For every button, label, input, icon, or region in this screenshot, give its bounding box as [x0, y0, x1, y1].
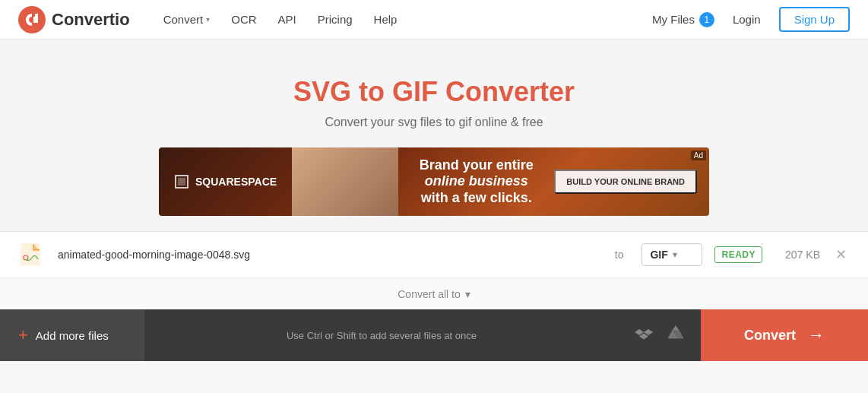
file-to-label: to: [615, 249, 624, 261]
nav-pricing[interactable]: Pricing: [309, 8, 362, 30]
file-panel: animated-good-morning-image-0048.svg to …: [0, 231, 868, 309]
ad-image-graphic: [292, 147, 398, 216]
ad-banner: SQUARESPACE Brand your entire online bus…: [159, 147, 709, 216]
svg-file-icon: [20, 242, 44, 267]
svg-rect-4: [292, 147, 398, 216]
ad-headline: Brand your entire online business with a…: [413, 157, 539, 207]
file-name: animated-good-morning-image-0048.svg: [58, 249, 597, 261]
logo-icon: [18, 6, 46, 33]
main-nav: Convert ▾ OCR API Pricing Help: [154, 8, 652, 30]
arrow-right-icon: →: [808, 325, 825, 345]
convert-button-label: Convert: [744, 328, 796, 344]
file-type-icon: [18, 241, 46, 268]
ad-text: Brand your entire online business with a…: [398, 157, 554, 207]
bottom-bar: + Add more files Use Ctrl or Shift to ad…: [0, 309, 868, 361]
hero-section: SVG to GIF Converter Convert your svg fi…: [0, 40, 868, 231]
plus-icon: +: [18, 327, 28, 344]
signup-button[interactable]: Sign Up: [779, 7, 850, 32]
nav-convert[interactable]: Convert ▾: [154, 8, 220, 30]
squarespace-logo-icon: [174, 174, 189, 189]
remove-file-button[interactable]: ✕: [832, 245, 850, 265]
ad-cta-button[interactable]: BUILD YOUR ONLINE BRAND: [554, 170, 697, 194]
chevron-down-icon: ▾: [465, 288, 470, 300]
chevron-down-icon: ▾: [673, 249, 677, 260]
convert-all-row: Convert all to ▾: [0, 278, 868, 309]
file-size: 207 KB: [775, 249, 820, 261]
svg-rect-1: [33, 17, 38, 23]
convert-button[interactable]: Convert →: [701, 309, 868, 361]
svg-point-6: [328, 163, 362, 216]
header: Convertio Convert ▾ OCR API Pricing Help…: [0, 0, 868, 40]
nav-ocr[interactable]: OCR: [222, 8, 265, 30]
nav-api[interactable]: API: [269, 8, 306, 30]
my-files-label: My Files: [652, 13, 695, 26]
svg-point-0: [18, 6, 46, 33]
ad-badge: Ad: [691, 151, 706, 160]
ad-image: [292, 147, 398, 216]
logo-link[interactable]: Convertio: [18, 6, 130, 33]
hero-subtitle: Convert your svg files to gif online & f…: [15, 116, 853, 129]
status-badge: READY: [714, 246, 762, 263]
add-files-label: Add more files: [36, 329, 109, 342]
ad-brand-name: SQUARESPACE: [195, 176, 277, 188]
convert-all-button[interactable]: Convert all to ▾: [398, 288, 470, 300]
google-drive-icon[interactable]: [666, 323, 686, 347]
my-files-badge: 1: [699, 12, 714, 27]
chevron-down-icon: ▾: [206, 15, 210, 24]
format-select-value: GIF: [650, 249, 667, 261]
drop-hint: Use Ctrl or Shift to add several files a…: [144, 330, 619, 341]
svg-rect-3: [178, 178, 185, 185]
dropbox-icon[interactable]: [634, 323, 654, 347]
cloud-storage-icons: [619, 323, 701, 347]
my-files-button[interactable]: My Files 1: [652, 12, 714, 27]
add-more-files-button[interactable]: + Add more files: [0, 309, 144, 361]
format-select[interactable]: GIF ▾: [641, 243, 702, 266]
convert-all-label: Convert all to: [398, 288, 460, 300]
close-icon: ✕: [835, 247, 847, 262]
header-right: My Files 1 Login Sign Up: [652, 7, 850, 32]
nav-help[interactable]: Help: [365, 8, 407, 30]
page-title: SVG to GIF Converter: [15, 76, 853, 108]
svg-point-5: [298, 170, 331, 216]
table-row: animated-good-morning-image-0048.svg to …: [0, 232, 868, 278]
logo-text: Convertio: [52, 10, 130, 30]
login-button[interactable]: Login: [727, 8, 767, 30]
ad-brand: SQUARESPACE: [159, 174, 292, 189]
svg-point-7: [360, 170, 391, 216]
svg-rect-8: [21, 244, 40, 265]
